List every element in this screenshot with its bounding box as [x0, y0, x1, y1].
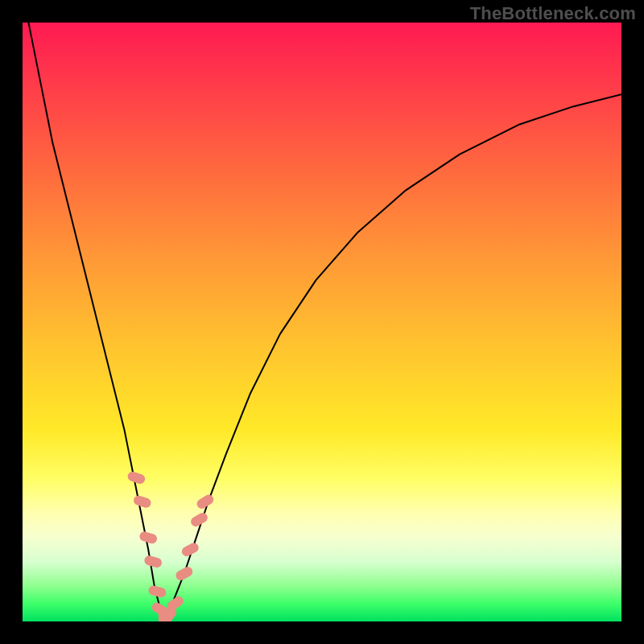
marker-11	[189, 511, 209, 528]
curve-right-branch	[163, 94, 621, 621]
plot-area	[23, 23, 621, 621]
marker-1	[132, 494, 152, 509]
bottleneck-curve	[28, 23, 621, 621]
marker-9	[174, 565, 194, 582]
marker-0	[126, 470, 147, 485]
curve-left-branch	[28, 23, 163, 621]
marker-12	[195, 493, 215, 510]
marker-group	[126, 470, 215, 621]
watermark-text: TheBottleneck.com	[470, 3, 636, 24]
marker-3	[143, 555, 163, 569]
chart-frame: TheBottleneck.com	[0, 0, 644, 644]
curve-layer	[23, 23, 621, 621]
marker-4	[147, 584, 167, 598]
marker-2	[138, 530, 159, 545]
